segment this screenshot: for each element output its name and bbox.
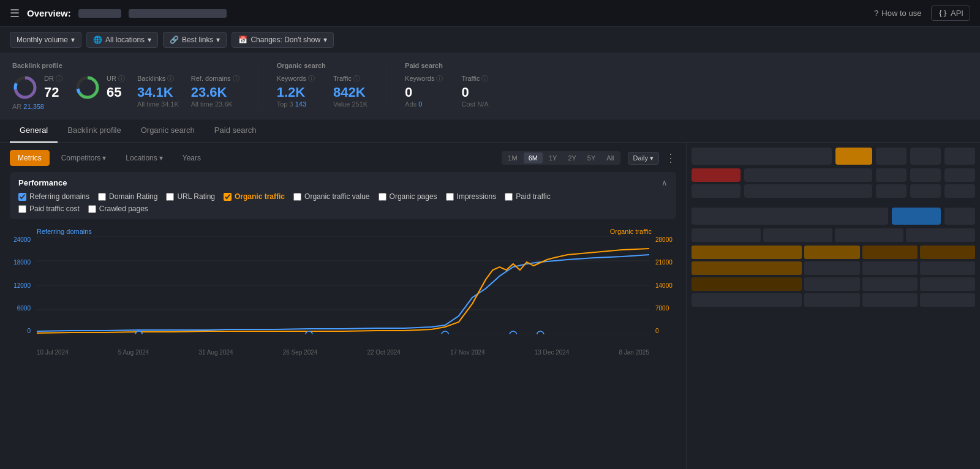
performance-section: Performance ∧ Referring domains Domain R…	[10, 172, 676, 219]
keywords-value: 1.2K	[277, 84, 315, 100]
right-orange-d4	[920, 293, 975, 307]
dr-label: DR ⓘ	[44, 74, 62, 83]
backlinks-label: Backlinks ⓘ	[137, 74, 179, 83]
right-row2-blur-5	[944, 184, 975, 198]
organic-traffic-checkbox[interactable]: Organic traffic	[224, 192, 285, 201]
right-top-blur-4	[944, 148, 975, 165]
tab-general[interactable]: General	[10, 119, 58, 143]
svg-point-12	[306, 331, 312, 334]
svg-point-13	[442, 331, 448, 334]
right-sec2-blue	[892, 208, 941, 225]
right-panel	[686, 143, 980, 469]
organic-search-title: Organic search	[277, 62, 368, 69]
backlinks-stat: Backlinks ⓘ 34.1K All time 34.1K	[137, 74, 179, 108]
paid-traffic-checkbox[interactable]: Paid traffic	[505, 192, 550, 201]
right-orange-row1-c	[835, 228, 904, 242]
calendar-icon: 📅	[238, 36, 247, 44]
chevron-down-icon3: ▾	[216, 36, 220, 44]
ref-domains-sub: All time 23.6K	[191, 100, 239, 108]
chevron-down-icon6: ▾	[159, 154, 163, 162]
y-axis-right: 28000 21000 14000 7000 0	[652, 236, 676, 334]
chevron-down-icon: ▾	[71, 36, 75, 44]
dr-value: 72	[44, 84, 62, 100]
right-orange-d3	[862, 293, 918, 307]
time-1m-button[interactable]: 1M	[503, 152, 522, 163]
chart-wrapper: Referring domains Organic traffic 24000 …	[10, 225, 676, 358]
daily-dropdown[interactable]: Daily ▾	[628, 152, 659, 165]
right-row1-blur-1	[744, 168, 872, 182]
api-button[interactable]: {} API	[931, 6, 970, 21]
tab-paid-search[interactable]: Paid search	[205, 119, 266, 142]
impressions-checkbox[interactable]: Impressions	[446, 192, 497, 201]
help-icon: ?	[874, 9, 878, 18]
right-row2-blur-1	[692, 184, 741, 198]
right-row1-red	[692, 168, 741, 182]
main-content: Metrics Competitors ▾ Locations ▾ Years …	[0, 143, 980, 469]
locations-chart-button[interactable]: Locations ▾	[118, 150, 170, 166]
collapse-chevron[interactable]: ∧	[662, 178, 668, 187]
monthly-volume-dropdown[interactable]: Monthly volume ▾	[10, 32, 81, 48]
more-options-button[interactable]: ⋮	[665, 151, 676, 165]
right-top-accent-1	[835, 148, 872, 165]
time-6m-button[interactable]: 6M	[524, 152, 543, 163]
page-title: Overview:	[27, 8, 71, 18]
domain-rating-checkbox[interactable]: Domain Rating	[98, 192, 157, 201]
time-1y-button[interactable]: 1Y	[544, 152, 562, 163]
right-orange-b2	[804, 261, 859, 275]
right-orange-a2	[804, 246, 859, 259]
url-rating-checkbox[interactable]: URL Rating	[166, 192, 215, 201]
tab-organic-search[interactable]: Organic search	[131, 119, 205, 142]
backlinks-sub: All time 34.1K	[137, 100, 179, 108]
crawled-pages-checkbox[interactable]: Crawled pages	[88, 204, 148, 213]
chevron-down-icon2: ▾	[148, 36, 151, 44]
time-2y-button[interactable]: 2Y	[563, 152, 581, 163]
organic-pages-checkbox[interactable]: Organic pages	[379, 192, 437, 201]
how-to-use-button[interactable]: ? How to use	[874, 9, 921, 18]
changes-dropdown[interactable]: 📅 Changes: Don't show ▾	[232, 32, 334, 48]
organic-search-section: Organic search Keywords ⓘ 1.2K Top 3 143…	[277, 62, 386, 108]
title-blur-1	[78, 9, 121, 18]
right-orange-d2	[804, 293, 859, 307]
referring-domains-checkbox[interactable]: Referring domains	[18, 192, 89, 201]
right-top-blur-3	[910, 148, 941, 165]
right-row1-blur-3	[910, 168, 941, 182]
right-orange-b4	[920, 261, 975, 275]
chart-right-label: Organic traffic	[610, 228, 652, 235]
all-locations-dropdown[interactable]: 🌐 All locations ▾	[86, 32, 158, 48]
metrics-button[interactable]: Metrics	[10, 150, 50, 166]
chart-toolbar: Metrics Competitors ▾ Locations ▾ Years …	[10, 150, 676, 166]
backlinks-value: 34.1K	[137, 84, 179, 100]
ar-row: AR 21,358	[12, 103, 62, 110]
time-range-group: 1M 6M 1Y 2Y 5Y All	[502, 151, 620, 165]
menu-icon[interactable]: ☰	[10, 7, 20, 20]
ur-donut-chart	[75, 75, 100, 100]
right-orange-c3	[862, 277, 918, 291]
traffic-stat: Traffic ⓘ 842K Value 251K	[333, 74, 368, 108]
backlink-profile-title: Backlink profile	[12, 62, 239, 69]
competitors-button[interactable]: Competitors ▾	[53, 150, 115, 166]
chevron-down-icon4: ▾	[323, 36, 327, 44]
time-5y-button[interactable]: 5Y	[582, 152, 600, 163]
right-orange-b1	[692, 261, 802, 275]
x-axis: 10 Jul 2024 5 Aug 2024 31 Aug 2024 26 Se…	[37, 349, 649, 356]
right-top-blur-1	[692, 148, 832, 165]
checkboxes-row-1: Referring domains Domain Rating URL Rati…	[18, 192, 668, 201]
right-top-blur-2	[876, 148, 907, 165]
top-nav: ☰ Overview: ? How to use {} API	[0, 0, 980, 27]
right-orange-a3	[862, 246, 918, 259]
right-orange-c2	[804, 277, 859, 291]
organic-traffic-value-checkbox[interactable]: Organic traffic value	[293, 192, 370, 201]
chart-left-label: Referring domains	[37, 228, 92, 235]
right-orange-a1	[692, 246, 802, 259]
years-button[interactable]: Years	[175, 150, 209, 166]
time-all-button[interactable]: All	[601, 152, 619, 163]
left-panel: Metrics Competitors ▾ Locations ▾ Years …	[0, 143, 686, 469]
checkboxes-row-2: Paid traffic cost Crawled pages	[18, 204, 668, 213]
tab-backlink-profile[interactable]: Backlink profile	[58, 119, 130, 142]
ur-value: 65	[107, 84, 125, 100]
right-row2-blur-2	[744, 184, 872, 198]
best-links-dropdown[interactable]: 🔗 Best links ▾	[163, 32, 227, 48]
paid-traffic-cost-checkbox[interactable]: Paid traffic cost	[18, 204, 80, 213]
paid-search-title: Paid search	[405, 62, 488, 69]
keywords-stat: Keywords ⓘ 1.2K Top 3 143	[277, 74, 315, 108]
